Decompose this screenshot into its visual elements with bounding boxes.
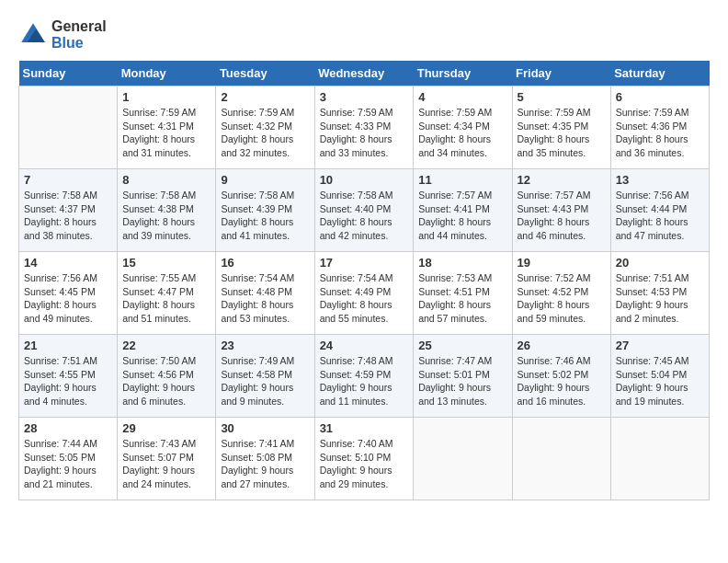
day-info: Sunrise: 7:59 AMSunset: 4:31 PMDaylight:… — [122, 106, 210, 160]
day-info: Sunrise: 7:45 AMSunset: 5:04 PMDaylight:… — [616, 354, 704, 408]
day-cell: 12Sunrise: 7:57 AMSunset: 4:43 PMDayligh… — [512, 169, 610, 252]
day-info: Sunrise: 7:51 AMSunset: 4:53 PMDaylight:… — [616, 271, 704, 326]
day-cell: 31Sunrise: 7:40 AMSunset: 5:10 PMDayligh… — [314, 418, 414, 500]
day-cell: 27Sunrise: 7:45 AMSunset: 5:04 PMDayligh… — [610, 335, 709, 418]
day-cell: 8Sunrise: 7:58 AMSunset: 4:38 PMDaylight… — [118, 169, 216, 252]
day-cell: 20Sunrise: 7:51 AMSunset: 4:53 PMDayligh… — [610, 252, 709, 335]
day-number: 15 — [122, 256, 210, 270]
day-info: Sunrise: 7:59 AMSunset: 4:32 PMDaylight:… — [221, 106, 309, 160]
weekday-thursday: Thursday — [414, 61, 512, 86]
day-cell: 7Sunrise: 7:58 AMSunset: 4:37 PMDaylight… — [19, 169, 118, 252]
day-info: Sunrise: 7:58 AMSunset: 4:38 PMDaylight:… — [122, 189, 210, 243]
day-info: Sunrise: 7:57 AMSunset: 4:41 PMDaylight:… — [418, 189, 506, 243]
day-cell: 2Sunrise: 7:59 AMSunset: 4:32 PMDaylight… — [216, 86, 314, 169]
day-number: 14 — [24, 256, 112, 270]
day-cell: 25Sunrise: 7:47 AMSunset: 5:01 PMDayligh… — [414, 335, 512, 418]
day-cell — [610, 418, 709, 500]
day-cell — [512, 418, 610, 500]
weekday-wednesday: Wednesday — [314, 61, 414, 86]
day-info: Sunrise: 7:54 AMSunset: 4:49 PMDaylight:… — [320, 271, 409, 326]
day-number: 23 — [221, 339, 309, 352]
logo-icon — [18, 20, 48, 50]
day-cell: 19Sunrise: 7:52 AMSunset: 4:52 PMDayligh… — [512, 252, 610, 335]
calendar-table: SundayMondayTuesdayWednesdayThursdayFrid… — [18, 61, 710, 500]
day-cell: 13Sunrise: 7:56 AMSunset: 4:44 PMDayligh… — [610, 169, 709, 252]
day-number: 25 — [418, 339, 506, 352]
day-number: 1 — [122, 90, 210, 104]
day-cell: 5Sunrise: 7:59 AMSunset: 4:35 PMDaylight… — [512, 86, 610, 169]
week-row-2: 14Sunrise: 7:56 AMSunset: 4:45 PMDayligh… — [19, 252, 710, 335]
day-cell: 29Sunrise: 7:43 AMSunset: 5:07 PMDayligh… — [118, 418, 216, 500]
day-number: 7 — [24, 173, 112, 187]
day-info: Sunrise: 7:59 AMSunset: 4:33 PMDaylight:… — [320, 106, 409, 160]
weekday-friday: Friday — [512, 61, 610, 86]
day-number: 5 — [518, 90, 606, 104]
day-number: 27 — [616, 339, 704, 352]
day-info: Sunrise: 7:51 AMSunset: 4:55 PMDaylight:… — [24, 354, 112, 408]
day-info: Sunrise: 7:58 AMSunset: 4:40 PMDaylight:… — [320, 189, 409, 243]
day-cell: 6Sunrise: 7:59 AMSunset: 4:36 PMDaylight… — [610, 86, 709, 169]
day-number: 9 — [221, 173, 309, 187]
day-cell: 17Sunrise: 7:54 AMSunset: 4:49 PMDayligh… — [314, 252, 414, 335]
day-info: Sunrise: 7:47 AMSunset: 5:01 PMDaylight:… — [418, 354, 506, 408]
day-cell: 30Sunrise: 7:41 AMSunset: 5:08 PMDayligh… — [216, 418, 314, 500]
logo-text: General Blue — [51, 18, 107, 52]
day-number: 31 — [320, 421, 409, 435]
day-number: 4 — [418, 90, 506, 104]
day-cell: 11Sunrise: 7:57 AMSunset: 4:41 PMDayligh… — [414, 169, 512, 252]
day-cell: 9Sunrise: 7:58 AMSunset: 4:39 PMDaylight… — [216, 169, 314, 252]
day-info: Sunrise: 7:41 AMSunset: 5:08 PMDaylight:… — [221, 437, 309, 491]
day-info: Sunrise: 7:49 AMSunset: 4:58 PMDaylight:… — [221, 354, 309, 408]
day-info: Sunrise: 7:59 AMSunset: 4:35 PMDaylight:… — [518, 106, 606, 160]
calendar-body: 1Sunrise: 7:59 AMSunset: 4:31 PMDaylight… — [19, 86, 710, 500]
day-number: 20 — [616, 256, 704, 270]
day-cell: 1Sunrise: 7:59 AMSunset: 4:31 PMDaylight… — [118, 86, 216, 169]
day-cell: 16Sunrise: 7:54 AMSunset: 4:48 PMDayligh… — [216, 252, 314, 335]
weekday-sunday: Sunday — [19, 61, 118, 86]
day-number: 6 — [616, 90, 704, 104]
day-number: 17 — [320, 256, 409, 270]
day-cell: 22Sunrise: 7:50 AMSunset: 4:56 PMDayligh… — [118, 335, 216, 418]
day-number: 16 — [221, 256, 309, 270]
weekday-header-row: SundayMondayTuesdayWednesdayThursdayFrid… — [19, 61, 710, 86]
day-cell: 15Sunrise: 7:55 AMSunset: 4:47 PMDayligh… — [118, 252, 216, 335]
day-cell — [414, 418, 512, 500]
day-info: Sunrise: 7:59 AMSunset: 4:34 PMDaylight:… — [418, 106, 506, 160]
day-cell: 26Sunrise: 7:46 AMSunset: 5:02 PMDayligh… — [512, 335, 610, 418]
week-row-4: 28Sunrise: 7:44 AMSunset: 5:05 PMDayligh… — [19, 418, 710, 500]
day-cell: 3Sunrise: 7:59 AMSunset: 4:33 PMDaylight… — [314, 86, 414, 169]
day-cell: 18Sunrise: 7:53 AMSunset: 4:51 PMDayligh… — [414, 252, 512, 335]
week-row-0: 1Sunrise: 7:59 AMSunset: 4:31 PMDaylight… — [19, 86, 710, 169]
weekday-tuesday: Tuesday — [216, 61, 314, 86]
day-cell: 14Sunrise: 7:56 AMSunset: 4:45 PMDayligh… — [19, 252, 118, 335]
day-number: 21 — [24, 339, 112, 352]
day-number: 30 — [221, 421, 309, 435]
day-number: 2 — [221, 90, 309, 104]
day-cell: 10Sunrise: 7:58 AMSunset: 4:40 PMDayligh… — [314, 169, 414, 252]
day-info: Sunrise: 7:50 AMSunset: 4:56 PMDaylight:… — [122, 354, 210, 408]
day-info: Sunrise: 7:48 AMSunset: 4:59 PMDaylight:… — [320, 354, 409, 408]
day-number: 12 — [518, 173, 606, 187]
day-info: Sunrise: 7:56 AMSunset: 4:44 PMDaylight:… — [616, 189, 704, 243]
day-info: Sunrise: 7:55 AMSunset: 4:47 PMDaylight:… — [122, 271, 210, 326]
day-info: Sunrise: 7:58 AMSunset: 4:37 PMDaylight:… — [24, 189, 112, 243]
day-number: 28 — [24, 421, 112, 435]
day-number: 19 — [518, 256, 606, 270]
day-info: Sunrise: 7:54 AMSunset: 4:48 PMDaylight:… — [221, 271, 309, 326]
day-cell: 24Sunrise: 7:48 AMSunset: 4:59 PMDayligh… — [314, 335, 414, 418]
day-number: 13 — [616, 173, 704, 187]
day-number: 24 — [320, 339, 409, 352]
day-number: 11 — [418, 173, 506, 187]
day-number: 10 — [320, 173, 409, 187]
day-info: Sunrise: 7:52 AMSunset: 4:52 PMDaylight:… — [518, 271, 606, 326]
day-cell: 28Sunrise: 7:44 AMSunset: 5:05 PMDayligh… — [19, 418, 118, 500]
day-cell: 23Sunrise: 7:49 AMSunset: 4:58 PMDayligh… — [216, 335, 314, 418]
day-cell: 4Sunrise: 7:59 AMSunset: 4:34 PMDaylight… — [414, 86, 512, 169]
day-number: 8 — [122, 173, 210, 187]
day-info: Sunrise: 7:43 AMSunset: 5:07 PMDaylight:… — [122, 437, 210, 491]
weekday-saturday: Saturday — [610, 61, 709, 86]
logo: General Blue — [18, 18, 107, 52]
day-info: Sunrise: 7:59 AMSunset: 4:36 PMDaylight:… — [616, 106, 704, 160]
day-number: 3 — [320, 90, 409, 104]
day-info: Sunrise: 7:57 AMSunset: 4:43 PMDaylight:… — [518, 189, 606, 243]
